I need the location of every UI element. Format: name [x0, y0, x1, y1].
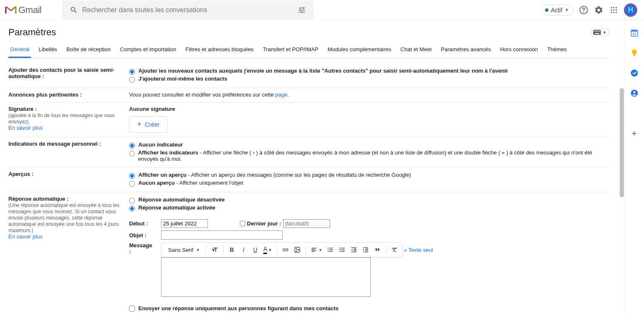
gear-icon[interactable]: [594, 5, 604, 15]
svg-point-5: [611, 9, 612, 10]
keep-icon[interactable]: [630, 49, 639, 57]
apps-grid-icon[interactable]: [609, 5, 619, 15]
radio-show-preview[interactable]: [129, 173, 135, 179]
clear-formatting-button[interactable]: [390, 244, 400, 255]
plain-text-link[interactable]: « Texte seul: [404, 247, 433, 253]
add-addon-icon[interactable]: +: [630, 129, 639, 138]
header-right: Actif ▼ H: [540, 3, 641, 17]
tab-th-mes[interactable]: Thèmes: [545, 43, 569, 58]
radio-autoreply-off[interactable]: [129, 198, 135, 204]
radio-label[interactable]: Ajouter les nouveaux contacts auxquels j…: [138, 68, 508, 74]
svg-point-8: [611, 12, 612, 13]
text-color-button[interactable]: A▼: [262, 244, 273, 255]
row-label: Signature :: [8, 106, 37, 112]
radio-contacts-auto[interactable]: [129, 69, 135, 75]
tab-g-n-ral[interactable]: Général: [8, 43, 31, 58]
ads-page-link[interactable]: page: [275, 92, 287, 98]
tab-modules-compl-mentaires[interactable]: Modules complémentaires: [326, 43, 393, 58]
numbered-list-button[interactable]: [325, 244, 335, 255]
tab-chat-et-meet[interactable]: Chat et Meet: [399, 43, 433, 58]
last-day-input[interactable]: [283, 219, 330, 228]
radio-autoreply-on[interactable]: [129, 206, 135, 212]
bold-button[interactable]: B: [227, 244, 237, 255]
radio-no-indicator[interactable]: [129, 143, 135, 149]
side-panel: 31 +: [624, 20, 644, 314]
gmail-logo[interactable]: Gmail: [3, 5, 62, 16]
radio-no-preview[interactable]: [129, 181, 135, 187]
no-signature-text: Aucune signature: [129, 106, 175, 112]
indent-more-button[interactable]: [361, 244, 371, 255]
quote-button[interactable]: [372, 244, 382, 255]
row-signature: Signature : (ajoutée à la fin de tous le…: [8, 102, 609, 137]
svg-point-28: [633, 91, 635, 93]
status-dot-icon: [545, 8, 548, 12]
gmail-brand-text: Gmail: [18, 5, 42, 16]
contacts-only-label[interactable]: Envoyer une réponse uniquement aux perso…: [138, 305, 339, 311]
svg-point-10: [615, 12, 617, 13]
learn-more-link[interactable]: En savoir plus: [8, 233, 43, 240]
underline-button[interactable]: U: [250, 244, 260, 255]
subject-input[interactable]: [161, 230, 283, 240]
search-icon[interactable]: [65, 2, 82, 18]
search-bar[interactable]: [62, 0, 314, 20]
indent-less-button[interactable]: [349, 244, 359, 255]
last-day-checkbox[interactable]: [240, 221, 245, 226]
contacts-only-checkbox[interactable]: [129, 306, 135, 311]
font-family-selector[interactable]: Sans Serif ▼: [164, 247, 203, 253]
italic-button[interactable]: I: [239, 244, 249, 255]
tab-bo-te-de-r-ception[interactable]: Boîte de réception: [65, 43, 112, 58]
radio-label[interactable]: Afficher les indicateurs - Afficher une …: [138, 149, 609, 162]
svg-point-2: [611, 7, 612, 8]
message-editor[interactable]: [161, 257, 371, 297]
start-date-input[interactable]: [161, 219, 208, 228]
radio-label[interactable]: Afficher un aperçu - Afficher un aperçu …: [138, 172, 411, 178]
align-button[interactable]: ▼: [309, 244, 324, 255]
svg-rect-16: [599, 31, 600, 31]
create-signature-button[interactable]: + Créer: [129, 116, 168, 133]
row-label: Indicateurs de message personnel :: [8, 141, 101, 147]
row-label: Annonces plus pertinentes :: [8, 92, 82, 98]
page-title: Paramètres: [8, 27, 56, 38]
help-icon[interactable]: [579, 5, 589, 15]
input-tool-selector[interactable]: ▼: [591, 29, 609, 36]
tab-libell-s[interactable]: Libellés: [37, 43, 59, 58]
tasks-icon[interactable]: [630, 69, 639, 77]
tab-transfert-et-pop-imap[interactable]: Transfert et POP/IMAP: [261, 43, 320, 58]
status-chip[interactable]: Actif ▼: [540, 5, 574, 16]
radio-label[interactable]: J'ajouterai moi-même les contacts: [138, 76, 227, 82]
radio-label[interactable]: Réponse automatique désactivée: [138, 196, 225, 203]
row-label: Ajouter des contacts pour la saisie semi…: [8, 67, 114, 79]
svg-point-9: [613, 12, 614, 13]
contacts-icon[interactable]: [630, 89, 639, 97]
radio-show-indicators[interactable]: [129, 151, 135, 157]
bulleted-list-button[interactable]: [337, 244, 347, 255]
tab-filtres-et-adresses-bloqu-es[interactable]: Filtres et adresses bloquées: [184, 43, 255, 58]
app-header: Gmail Actif ▼ H: [0, 0, 644, 20]
font-size-button[interactable]: [210, 244, 220, 255]
scrollbar[interactable]: [620, 88, 624, 197]
settings-tabs: GénéralLibellésBoîte de réceptionComptes…: [8, 43, 609, 58]
radio-label[interactable]: Réponse automatique activée: [138, 204, 216, 211]
tab-param-tres-avanc-s[interactable]: Paramètres avancés: [439, 43, 493, 58]
radio-label[interactable]: Aucun indicateur: [138, 141, 183, 148]
tab-hors-connexion[interactable]: Hors connexion: [499, 43, 540, 58]
svg-point-20: [339, 248, 340, 249]
caret-down-icon: ▼: [565, 8, 569, 12]
calendar-icon[interactable]: 31: [630, 29, 639, 37]
message-label: Message :: [129, 242, 154, 255]
search-options-icon[interactable]: [293, 2, 310, 18]
row-previews: Aperçus : Afficher un aperçu - Afficher …: [8, 167, 609, 192]
tab-comptes-et-importation[interactable]: Comptes et importation: [118, 43, 178, 58]
learn-more-link[interactable]: En savoir plus: [8, 125, 43, 131]
radio-contacts-manual[interactable]: [129, 77, 135, 83]
caret-down-icon: ▼: [196, 248, 200, 252]
create-btn-label: Créer: [145, 121, 160, 128]
row-indicators: Indicateurs de message personnel : Aucun…: [8, 137, 609, 167]
row-autocomplete-contacts: Ajouter des contacts pour la saisie semi…: [8, 63, 609, 88]
account-avatar[interactable]: H: [624, 3, 637, 17]
radio-label[interactable]: Aucun aperçu - Afficher uniquement l'obj…: [138, 180, 243, 186]
link-button[interactable]: [280, 244, 291, 255]
image-button[interactable]: [292, 244, 302, 255]
search-input[interactable]: [82, 6, 293, 14]
svg-rect-15: [598, 31, 599, 31]
